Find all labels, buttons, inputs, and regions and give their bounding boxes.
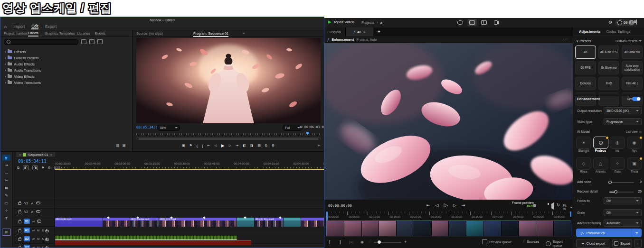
preset-denoise[interactable]: Denoise <box>575 77 596 90</box>
filmstrip-frame[interactable] <box>519 221 536 236</box>
snap-toggle-icon[interactable]: ◧ <box>23 165 29 170</box>
preset-4k[interactable]: 4K <box>575 46 596 59</box>
enhancement-toggle[interactable] <box>632 97 641 101</box>
focus-fix-select[interactable]: Off <box>604 197 642 204</box>
go-to-end-icon[interactable]: ⇥ <box>462 203 465 208</box>
panel-toggle-icon[interactable] <box>636 19 637 25</box>
view-mode-full-icon[interactable] <box>467 19 477 26</box>
track-target-badge[interactable]: A1 <box>24 228 30 233</box>
track-target-badge[interactable]: A3 <box>24 245 30 248</box>
mark-out-icon[interactable]: ] <box>340 239 341 244</box>
menu-item-export[interactable]: Export <box>45 24 57 29</box>
menu-item-import[interactable]: Import <box>13 24 25 29</box>
step-back-icon[interactable]: ◁ <box>214 144 217 147</box>
sync-lock-icon[interactable]: ⇄ <box>31 202 33 205</box>
filmstrip-frame[interactable] <box>466 221 483 236</box>
captions-tool[interactable]: ⊞ <box>2 229 11 236</box>
model-starlight[interactable]: ✶ Starlight <box>576 137 591 152</box>
tab-events[interactable]: Events <box>95 31 105 36</box>
tab-adjustments[interactable]: Adjustments <box>579 29 600 34</box>
recover-detail-knob[interactable] <box>614 190 617 193</box>
track-visibility-icon[interactable] <box>36 202 40 205</box>
scrollbar-handle-right[interactable] <box>318 138 320 140</box>
menu-item-edit[interactable]: Edit <box>31 24 38 29</box>
timeline-clip[interactable] <box>301 218 324 227</box>
program-playhead[interactable] <box>306 132 309 135</box>
hand-tool[interactable]: ✧ <box>2 208 10 214</box>
zoom-level-select[interactable]: 78% <box>157 125 180 131</box>
audio-clip-green[interactable] <box>55 236 237 240</box>
tab-menu-icon[interactable]: ≡ <box>50 153 52 156</box>
tab-4k-active[interactable]: ƒ 4K × <box>346 28 373 36</box>
solo-button[interactable]: S <box>42 246 44 248</box>
add-marker-icon[interactable]: ⚑ <box>189 144 192 147</box>
add-button-icon[interactable]: + <box>318 143 320 148</box>
track-target-badge[interactable]: A2 <box>24 236 30 241</box>
breadcrumb-current[interactable]: a <box>380 20 382 25</box>
voice-over-mic-icon[interactable] <box>46 246 47 248</box>
topaz-timeline-ruler[interactable]: 00:00:00 00:05:00 00:10:00 00:15:00 00:2… <box>324 211 573 220</box>
go-to-out-icon[interactable]: ⇥ <box>236 144 238 147</box>
preview-options-dropdown[interactable] <box>632 229 642 237</box>
go-to-in-icon[interactable]: ⇤ <box>207 144 210 147</box>
lock-icon[interactable] <box>18 220 21 223</box>
razor-tool[interactable]: ✂ <box>2 177 10 184</box>
more-options-icon[interactable]: ··· <box>563 37 568 41</box>
preset-60fps[interactable]: 60 FPS <box>575 61 596 74</box>
tab-original[interactable]: Original <box>324 28 346 36</box>
tree-item-video-transitions[interactable]: ›Video Transitions <box>5 80 128 85</box>
filmstrip-frame[interactable] <box>449 221 466 236</box>
timeline-clip[interactable] <box>204 218 237 227</box>
add-noise-slider[interactable] <box>609 182 634 183</box>
timeline-timecode[interactable]: 00:05:34:11 <box>18 159 47 164</box>
preview-queue-button[interactable]: Preview queue <box>482 239 512 244</box>
timeline-clip[interactable] <box>284 218 301 227</box>
step-forward-icon[interactable]: ▷ <box>229 144 231 147</box>
extract-icon[interactable]: ◨ <box>250 144 254 147</box>
preset-4x-slow-mo[interactable]: 4x Slow mo <box>622 46 643 59</box>
grain-select[interactable]: Off <box>604 209 642 216</box>
speaker-icon[interactable] <box>551 202 554 210</box>
tab-graphics-templates[interactable]: Graphics Templates <box>45 31 75 36</box>
sequence-tab[interactable]: ≡ Sequence 01 ≡ <box>16 152 55 158</box>
panel-menu-icon[interactable]: ≡ <box>243 31 245 36</box>
advanced-tuning-select[interactable]: Automatic <box>604 220 642 227</box>
lock-icon[interactable] <box>18 247 21 248</box>
program-scrollbar[interactable] <box>136 138 321 140</box>
loop-icon[interactable]: ↻ <box>557 203 560 207</box>
program-mini-ruler[interactable] <box>136 132 321 136</box>
share-button[interactable]: ↑ <box>634 239 642 248</box>
track-name[interactable]: V3 <box>24 202 28 205</box>
model-proteus[interactable]: Proteus <box>593 137 608 152</box>
mark-in-icon[interactable]: { <box>197 144 198 147</box>
export-button[interactable]: Export <box>612 239 633 248</box>
track-visibility-icon[interactable] <box>37 220 41 223</box>
preset-film-4k-l[interactable]: Film 4K L <box>622 77 643 90</box>
button-editor-icon[interactable]: ⚙ <box>272 144 275 147</box>
work-area-bar[interactable] <box>55 169 324 170</box>
view-mode-side-by-side-icon[interactable] <box>491 19 501 26</box>
zoom-in-icon[interactable]: + <box>404 239 407 244</box>
next-frame-icon[interactable]: ▷ <box>453 203 456 208</box>
sync-lock-icon[interactable]: ⇄ <box>32 246 35 248</box>
selection-tool[interactable] <box>2 155 10 161</box>
sync-lock-icon[interactable]: ⇄ <box>32 220 35 223</box>
program-timecode[interactable]: 00:05:34:11 <box>136 125 160 129</box>
tab-effects[interactable]: Effects <box>28 31 38 37</box>
track-target-badge[interactable]: V1 <box>24 219 30 224</box>
model-rhea[interactable]: ◇ Rhea <box>576 157 591 173</box>
list-view-toggle[interactable]: List view◎ <box>626 130 642 133</box>
filmstrip-frame[interactable] <box>327 221 344 236</box>
tab-libraries[interactable]: Libraries <box>77 31 90 36</box>
sync-lock-icon[interactable]: ⇄ <box>32 229 35 232</box>
filmstrip-frame[interactable] <box>379 221 396 236</box>
mute-button[interactable]: M <box>37 229 39 232</box>
timeline-clip[interactable]: 4K스타트.mp4 <box>55 218 103 227</box>
collapse-icon[interactable]: ∨ <box>576 39 578 43</box>
center-playhead-icon[interactable]: ◉ <box>360 240 364 244</box>
timeline-clip[interactable] <box>103 218 130 227</box>
model-theia[interactable]: ▣ Theia <box>627 157 642 173</box>
play-button[interactable]: ▷ <box>444 202 447 208</box>
timeline-clip[interactable]: 4K한 yundal.mp4 <box>130 218 159 227</box>
preset-4k-60fps[interactable]: 4K & 60 FPS <box>598 46 619 59</box>
